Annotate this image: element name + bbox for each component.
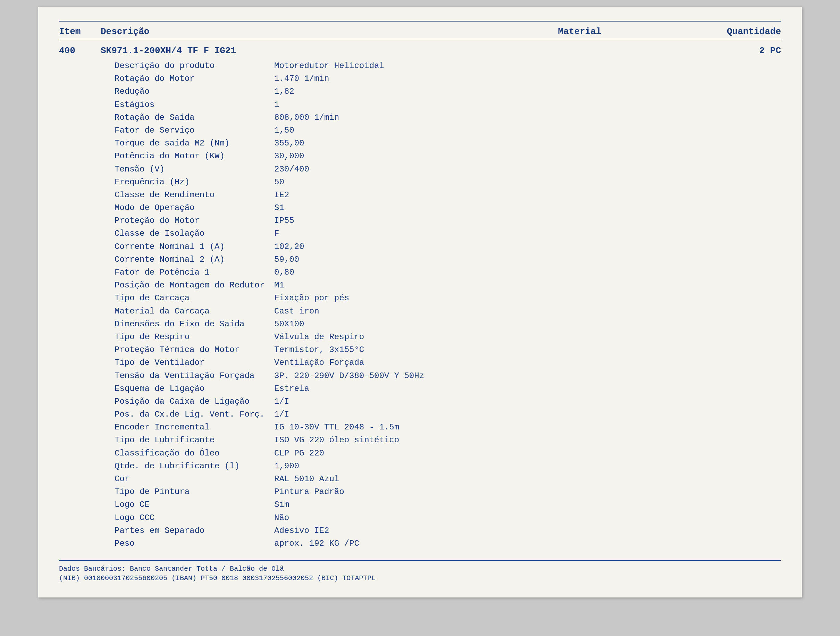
product-main-row: 400 SK971.1-200XH/4 TF F IG21 2 PC: [59, 46, 781, 56]
detail-label: Posição da Caixa de Ligação: [59, 395, 267, 408]
detail-row: Descrição do produtoMotoredutor Helicoid…: [59, 59, 781, 72]
detail-row: Dimensões do Eixo de Saída50X100: [59, 318, 781, 330]
detail-row: Posição da Caixa de Ligação1/I: [59, 395, 781, 408]
detail-value: ISO VG 220 óleo sintético: [267, 434, 781, 447]
detail-label: Posição de Montagem do Redutor: [59, 279, 267, 292]
detail-label: Corrente Nominal 2 (A): [59, 253, 267, 266]
detail-label: Tensão (V): [59, 163, 267, 176]
detail-label: Peso: [59, 537, 267, 550]
detail-label: Classificação do Óleo: [59, 447, 267, 460]
detail-label: Torque de saída M2 (Nm): [59, 137, 267, 150]
detail-value: 0,80: [267, 266, 781, 279]
detail-label: Rotação do Motor: [59, 72, 267, 85]
detail-value: 59,00: [267, 253, 781, 266]
detail-label: Proteção do Motor: [59, 214, 267, 227]
col-item-header: Item: [59, 26, 101, 37]
detail-label: Frequência (Hz): [59, 176, 267, 188]
detail-label: Corrente Nominal 1 (A): [59, 240, 267, 253]
detail-label: Tipo de Lubrificante: [59, 434, 267, 447]
detail-value: M1: [267, 279, 781, 292]
detail-value: IE2: [267, 188, 781, 201]
footer-line-1: Dados Bancários: Banco Santander Totta /…: [59, 565, 781, 573]
detail-value: 230/400: [267, 163, 781, 176]
detail-value: 3P. 220-290V D/380-500V Y 50Hz: [267, 369, 781, 382]
detail-value: 1.470 1/min: [267, 72, 781, 85]
detail-value: 355,00: [267, 137, 781, 150]
detail-value: IG 10-30V TTL 2048 - 1.5m: [267, 421, 781, 434]
product-quantity: 2 PC: [718, 46, 781, 56]
detail-value: S1: [267, 201, 781, 214]
detail-row: Tipo de CarcaçaFixação por pés: [59, 292, 781, 305]
detail-label: Redução: [59, 85, 267, 98]
detail-row: Corrente Nominal 1 (A)102,20: [59, 240, 781, 253]
detail-value: 1,50: [267, 124, 781, 137]
detail-row: Tipo de PinturaPintura Padrão: [59, 485, 781, 498]
detail-row: Tipo de LubrificanteISO VG 220 óleo sint…: [59, 434, 781, 447]
detail-label: Encoder Incremental: [59, 421, 267, 434]
detail-label: Rotação de Saída: [59, 111, 267, 124]
detail-value: 50X100: [267, 318, 781, 330]
detail-value: RAL 5010 Azul: [267, 472, 781, 485]
detail-label: Classe de Rendimento: [59, 188, 267, 201]
detail-value: IP55: [267, 214, 781, 227]
detail-label: Descrição do produto: [59, 59, 267, 72]
detail-value: aprox. 192 KG /PC: [267, 537, 781, 550]
header-top-line: [59, 21, 781, 22]
detail-label: Cor: [59, 472, 267, 485]
col-material-header: Material: [441, 26, 718, 37]
detail-row: Qtde. de Lubrificante (l)1,900: [59, 460, 781, 472]
detail-row: Pos. da Cx.de Lig. Vent. Forç.1/I: [59, 408, 781, 421]
detail-label: Tipo de Carcaça: [59, 292, 267, 305]
detail-label: Tipo de Ventilador: [59, 356, 267, 369]
detail-label: Potência do Motor (KW): [59, 150, 267, 163]
detail-row: Tipo de RespiroVálvula de Respiro: [59, 330, 781, 343]
detail-value: Termistor, 3x155°C: [267, 343, 781, 356]
detail-row: Redução1,82: [59, 85, 781, 98]
detail-row: Classe de RendimentoIE2: [59, 188, 781, 201]
detail-label: Fator de Potência 1: [59, 266, 267, 279]
footer-line-2: (NIB) 00180003170255600205 (IBAN) PT50 0…: [59, 574, 781, 582]
detail-value: Adesivo IE2: [267, 524, 781, 537]
detail-label: Esquema de Ligação: [59, 382, 267, 395]
detail-value: Pintura Padrão: [267, 485, 781, 498]
detail-row: Pesoaprox. 192 KG /PC: [59, 537, 781, 550]
detail-value: 1/I: [267, 408, 781, 421]
detail-row: Proteção do MotorIP55: [59, 214, 781, 227]
detail-value: Cast iron: [267, 305, 781, 318]
column-headers: Item Descrição Material Quantidade: [59, 24, 781, 39]
detail-value: 808,000 1/min: [267, 111, 781, 124]
detail-row: Classificação do ÓleoCLP PG 220: [59, 447, 781, 460]
detail-row: Fator de Potência 10,80: [59, 266, 781, 279]
detail-row: Potência do Motor (KW)30,000: [59, 150, 781, 163]
detail-row: Corrente Nominal 2 (A)59,00: [59, 253, 781, 266]
detail-value: 1,900: [267, 460, 781, 472]
detail-value: Válvula de Respiro: [267, 330, 781, 343]
detail-label: Tipo de Respiro: [59, 330, 267, 343]
detail-row: Proteção Térmica do MotorTermistor, 3x15…: [59, 343, 781, 356]
detail-value: Fixação por pés: [267, 292, 781, 305]
product-item-num: 400: [59, 46, 101, 56]
detail-label: Proteção Térmica do Motor: [59, 343, 267, 356]
detail-row: Esquema de LigaçãoEstrela: [59, 382, 781, 395]
detail-value: Motoredutor Helicoidal: [267, 59, 781, 72]
detail-row: Logo CCCNão: [59, 511, 781, 524]
detail-value: Ventilação Forçada: [267, 356, 781, 369]
detail-value: Estrela: [267, 382, 781, 395]
detail-row: Partes em SeparadoAdesivo IE2: [59, 524, 781, 537]
detail-row: Torque de saída M2 (Nm)355,00: [59, 137, 781, 150]
detail-label: Tensão da Ventilação Forçada: [59, 369, 267, 382]
detail-label: Qtde. de Lubrificante (l): [59, 460, 267, 472]
detail-value: F: [267, 227, 781, 240]
detail-row: Estágios1: [59, 98, 781, 111]
detail-value: 1,82: [267, 85, 781, 98]
detail-label: Logo CE: [59, 498, 267, 511]
detail-row: Logo CESim: [59, 498, 781, 511]
detail-label: Partes em Separado: [59, 524, 267, 537]
detail-label: Fator de Serviço: [59, 124, 267, 137]
detail-row: Encoder IncrementalIG 10-30V TTL 2048 - …: [59, 421, 781, 434]
detail-row: Rotação do Motor1.470 1/min: [59, 72, 781, 85]
detail-row: CorRAL 5010 Azul: [59, 472, 781, 485]
detail-value: Não: [267, 511, 781, 524]
detail-value: 102,20: [267, 240, 781, 253]
detail-value: Sim: [267, 498, 781, 511]
